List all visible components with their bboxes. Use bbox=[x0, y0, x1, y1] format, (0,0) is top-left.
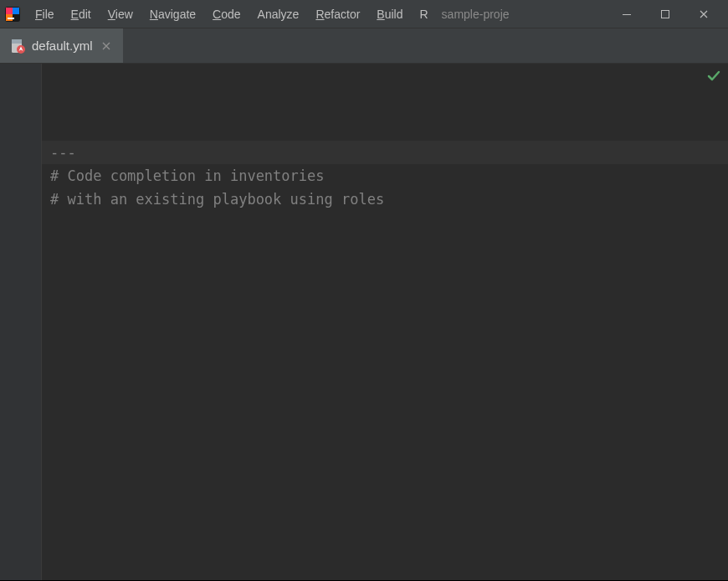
editor-gutter[interactable] bbox=[0, 64, 42, 580]
svg-rect-4 bbox=[8, 18, 14, 19]
intellij-icon bbox=[3, 5, 22, 23]
svg-rect-3 bbox=[13, 8, 19, 14]
maximize-button[interactable] bbox=[646, 2, 684, 27]
menu-view[interactable]: View bbox=[100, 4, 141, 24]
menu-r[interactable]: R bbox=[411, 4, 436, 24]
code-content: --- # Code completion in inventories # w… bbox=[50, 141, 720, 211]
svg-rect-6 bbox=[662, 10, 669, 18]
menubar: FileEditViewNavigateCodeAnalyzeRefactorB… bbox=[0, 0, 728, 28]
yaml-ansible-icon bbox=[10, 39, 25, 54]
menu-build[interactable]: Build bbox=[368, 4, 411, 24]
minimize-button[interactable] bbox=[608, 2, 646, 27]
svg-rect-5 bbox=[623, 14, 631, 15]
menu-analyze[interactable]: Analyze bbox=[249, 4, 308, 24]
svg-rect-1 bbox=[6, 8, 13, 14]
menu-navigate[interactable]: Navigate bbox=[141, 4, 204, 24]
menu-refactor[interactable]: Refactor bbox=[307, 4, 368, 24]
menu-file[interactable]: File bbox=[27, 4, 63, 24]
check-ok-icon[interactable] bbox=[706, 69, 721, 84]
menu-edit[interactable]: Edit bbox=[63, 4, 100, 24]
window-controls bbox=[608, 2, 723, 27]
code-editor[interactable]: --- # Code completion in inventories # w… bbox=[42, 64, 728, 580]
close-tab-button[interactable] bbox=[100, 39, 113, 53]
editor-tabbar: default.yml bbox=[0, 28, 728, 64]
svg-rect-8 bbox=[12, 39, 22, 44]
close-window-button[interactable] bbox=[684, 2, 723, 27]
menu-code[interactable]: Code bbox=[204, 4, 249, 24]
editor-tab[interactable]: default.yml bbox=[0, 28, 124, 63]
editor-area: --- # Code completion in inventories # w… bbox=[0, 64, 728, 580]
tab-filename: default.yml bbox=[32, 39, 93, 53]
project-name: sample-proje bbox=[442, 8, 510, 21]
